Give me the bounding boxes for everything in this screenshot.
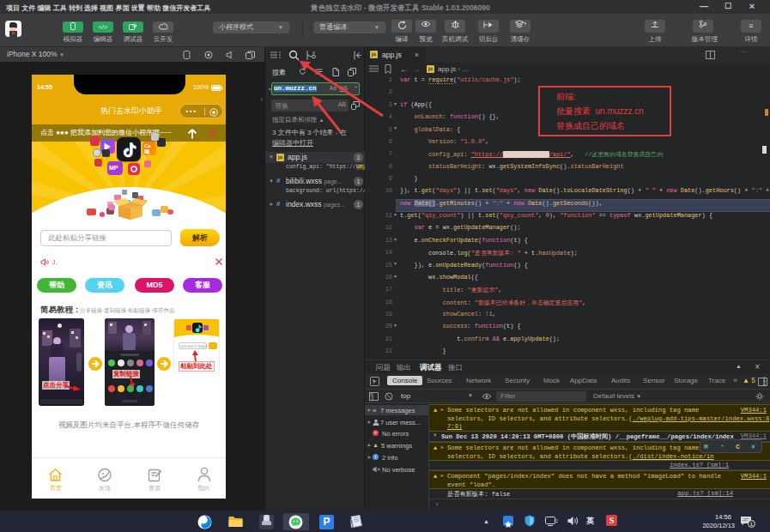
svg-text:▾: ▾ xyxy=(524,21,526,26)
